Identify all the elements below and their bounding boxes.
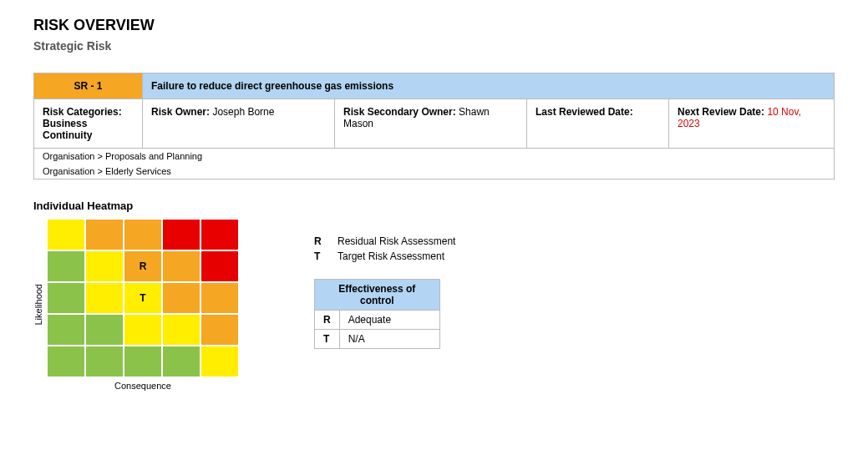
last-reviewed-label: Last Reviewed Date: <box>536 106 633 118</box>
heatmap-cell <box>201 219 239 250</box>
legend-row: T Target Risk Assessment <box>314 250 455 262</box>
org-path-row: Organisation > Proposals and Planning <box>34 149 835 164</box>
risk-owner-value: Joseph Borne <box>212 106 274 118</box>
last-reviewed-cell: Last Reviewed Date: <box>527 99 669 149</box>
org-path-row: Organisation > Elderly Services <box>34 164 835 179</box>
legend-text-t: Target Risk Assessment <box>338 250 444 262</box>
effectiveness-header: Effectiveness of control <box>315 280 440 311</box>
heatmap-cell <box>85 346 124 377</box>
table-row: R Adequate <box>315 311 440 330</box>
risk-header-table: SR - 1 Failure to reduce direct greenhou… <box>33 73 835 179</box>
effectiveness-key: T <box>315 330 340 349</box>
next-review-cell: Next Review Date: 10 Nov, 2023 <box>669 99 835 149</box>
heatmap-cell <box>47 314 85 346</box>
risk-id-cell: SR - 1 <box>34 73 143 99</box>
legend-row: R Residual Risk Assessment <box>314 235 455 247</box>
heatmap-cell <box>47 250 85 282</box>
heatmap-y-axis-label: Likelihood <box>33 284 43 326</box>
heatmap-cell <box>201 314 239 346</box>
heatmap-cell <box>47 219 85 250</box>
heatmap-cell <box>85 282 124 314</box>
page-subtitle: Strategic Risk <box>33 39 835 53</box>
heatmap-cell <box>124 314 162 346</box>
page-title: RISK OVERVIEW <box>33 17 835 34</box>
table-row: T N/A <box>315 330 440 349</box>
legend-key-r: R <box>314 235 326 247</box>
effectiveness-key: R <box>315 311 340 330</box>
effectiveness-value: N/A <box>339 330 439 349</box>
heatmap-side-panel: R Residual Risk Assessment T Target Risk… <box>314 219 455 349</box>
risk-categories-value: Business Continuity <box>43 118 92 141</box>
heatmap-cell-marker-t: T <box>124 282 162 314</box>
heatmap-x-axis-label: Consequence <box>114 381 171 391</box>
risk-categories-cell: Risk Categories: Business Continuity <box>34 99 143 149</box>
effectiveness-table: Effectiveness of control R Adequate T N/… <box>314 279 440 349</box>
heatmap-cell <box>201 346 239 377</box>
heatmap-cell <box>162 346 201 377</box>
heatmap-cell <box>124 346 162 377</box>
heatmap-cell <box>85 250 124 282</box>
effectiveness-value: Adequate <box>339 311 439 330</box>
heatmap-cell <box>47 346 85 377</box>
heatmap-cell <box>201 250 239 282</box>
risk-secondary-owner-cell: Risk Secondary Owner: Shawn Mason <box>335 99 527 149</box>
heatmap-cell <box>47 282 85 314</box>
risk-secondary-owner-label: Risk Secondary Owner: <box>343 106 456 118</box>
next-review-label: Next Review Date: <box>678 106 764 118</box>
heatmap-cell <box>201 282 239 314</box>
heatmap-section-label: Individual Heatmap <box>33 200 835 212</box>
risk-owner-label: Risk Owner: <box>151 106 210 118</box>
heatmap-block: Likelihood R T <box>33 219 239 391</box>
heatmap-cell <box>162 282 201 314</box>
heatmap-cell <box>162 250 201 282</box>
risk-title-cell: Failure to reduce direct greenhouse gas … <box>143 73 835 99</box>
legend-text-r: Residual Risk Assessment <box>338 235 455 247</box>
risk-categories-label: Risk Categories: <box>43 106 122 118</box>
heatmap-cell <box>162 219 201 250</box>
heatmap-cell <box>85 314 124 346</box>
heatmap-grid: R T <box>47 219 239 377</box>
risk-owner-cell: Risk Owner: Joseph Borne <box>143 99 335 149</box>
legend-key-t: T <box>314 250 326 262</box>
heatmap-cell <box>162 314 201 346</box>
heatmap-cell-marker-r: R <box>124 250 162 282</box>
heatmap-cell <box>85 219 124 250</box>
heatmap-cell <box>124 219 162 250</box>
